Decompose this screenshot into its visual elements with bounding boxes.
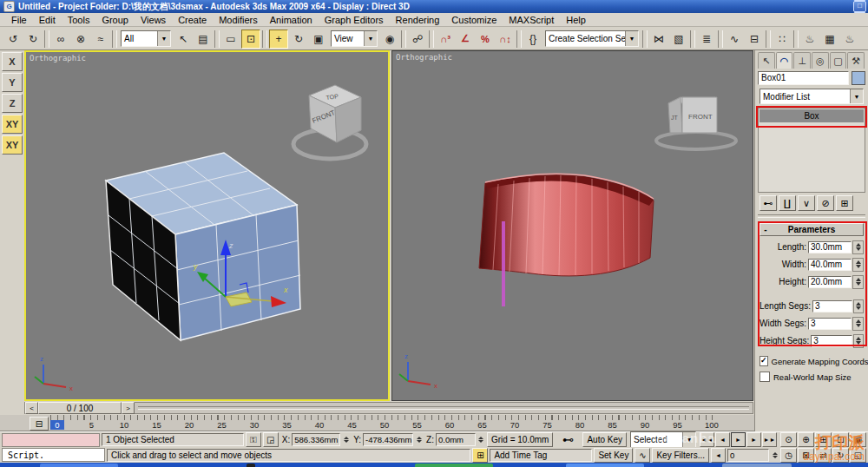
- frame-tick-label[interactable]: 35: [282, 420, 293, 430]
- isolate-selection-icon[interactable]: ⊞: [472, 448, 488, 463]
- menu-item[interactable]: Group: [95, 14, 135, 26]
- time-config-button[interactable]: ◷: [780, 448, 797, 463]
- frame-tick-label[interactable]: 90: [640, 420, 650, 430]
- absolute-mode-icon[interactable]: ◲: [263, 432, 279, 447]
- modifier-stack-item[interactable]: Box: [760, 109, 864, 122]
- create-selection-set-dropdown[interactable]: Create Selection Set▼: [545, 30, 639, 47]
- menu-item[interactable]: Graph Editors: [319, 14, 390, 26]
- spinner-control[interactable]: [415, 433, 423, 446]
- zoom-extents-all-icon[interactable]: ▣: [850, 432, 866, 447]
- checkbox[interactable]: [760, 356, 768, 366]
- named-selection-sets-icon[interactable]: {}: [523, 30, 542, 49]
- maximize-button[interactable]: □: [853, 1, 866, 12]
- chevron-down-icon[interactable]: ▼: [157, 31, 170, 46]
- spinner-control[interactable]: [771, 449, 779, 462]
- track-bar[interactable]: ⊟ 05101520253035404550556065707580859095…: [0, 415, 754, 431]
- frame-tick-label[interactable]: 70: [510, 420, 520, 430]
- menu-item[interactable]: Animation: [264, 14, 319, 26]
- make-unique-icon[interactable]: ∨: [798, 195, 815, 211]
- bent-box-object[interactable]: [479, 174, 654, 276]
- open-mini-curve-editor-button[interactable]: ⊟: [30, 417, 49, 431]
- select-and-scale-icon[interactable]: ▣: [309, 30, 328, 49]
- select-and-manipulate-icon[interactable]: ☍: [408, 30, 427, 49]
- menu-item[interactable]: Edit: [33, 14, 62, 26]
- select-and-move-icon[interactable]: +: [269, 30, 288, 49]
- spinner-control[interactable]: [852, 240, 864, 254]
- spinner-control[interactable]: [852, 275, 864, 289]
- menu-item[interactable]: Create: [172, 14, 213, 26]
- zoom-region-icon[interactable]: ⊠: [798, 448, 814, 463]
- checkbox[interactable]: [760, 372, 770, 382]
- previous-frame-button[interactable]: ◄: [715, 432, 730, 447]
- frame-tick-label[interactable]: 60: [444, 420, 455, 430]
- set-key-button[interactable]: Set Key: [594, 448, 633, 463]
- key-filter-curve-icon[interactable]: ∿: [635, 448, 650, 463]
- tab-utilities[interactable]: ⚒: [847, 52, 865, 69]
- tab-display[interactable]: ▢: [830, 52, 847, 69]
- windows-taskbar[interactable]: [0, 463, 868, 467]
- select-and-link-icon[interactable]: ∞: [51, 30, 70, 49]
- mirror-icon[interactable]: ⋈: [649, 30, 668, 49]
- key-filters-button[interactable]: Key Filters...: [652, 448, 709, 463]
- pan-view-icon[interactable]: ⇄: [815, 448, 832, 463]
- spinner-snap-icon[interactable]: ∩↕: [496, 30, 515, 49]
- viewcube[interactable]: JT FRONT: [656, 97, 736, 149]
- redo-icon[interactable]: ↻: [23, 30, 43, 49]
- tab-motion[interactable]: ◎: [812, 52, 829, 69]
- quick-render-icon[interactable]: ♨: [840, 30, 859, 49]
- time-slider-handle[interactable]: 0 / 100: [38, 402, 122, 414]
- frame-tick-label[interactable]: 25: [217, 420, 227, 430]
- object-name-field[interactable]: Box01: [758, 71, 849, 85]
- z-coord-field[interactable]: 0.0mm: [436, 433, 476, 446]
- viewport-left-canvas[interactable]: z y x TOP FRONT z x: [26, 52, 388, 399]
- frame-tick-label[interactable]: 65: [477, 420, 488, 430]
- undo-icon[interactable]: ↺: [3, 30, 23, 49]
- configure-modifier-sets-icon[interactable]: ⊞: [836, 195, 853, 211]
- tab-create[interactable]: ↖: [758, 52, 775, 69]
- curve-editor-icon[interactable]: ∿: [725, 30, 744, 49]
- next-frame-button[interactable]: ►: [746, 432, 761, 447]
- frame-tick-label[interactable]: 95: [673, 420, 683, 430]
- menu-item[interactable]: Help: [560, 14, 592, 26]
- menu-item[interactable]: Rendering: [390, 14, 446, 26]
- frame-tick-label[interactable]: 85: [608, 420, 618, 430]
- parameter-input[interactable]: 3: [812, 300, 852, 312]
- viewport-right-canvas[interactable]: JT FRONT z x: [392, 51, 753, 400]
- menu-item[interactable]: Views: [135, 14, 172, 26]
- show-end-result-icon[interactable]: ∐: [779, 195, 796, 211]
- parameter-input[interactable]: 3: [808, 318, 852, 330]
- selection-filter-dropdown[interactable]: All▼: [121, 30, 171, 47]
- parameter-input[interactable]: 40.0mm: [808, 259, 852, 271]
- frame-tick-label[interactable]: 40: [314, 420, 325, 430]
- modifier-list-dropdown[interactable]: Modifier List ▼: [760, 89, 864, 104]
- key-mode-toggle-button[interactable]: ⊙: [780, 432, 797, 447]
- zoom-extents-icon[interactable]: ⊡: [832, 432, 849, 447]
- frame-tick-label[interactable]: 15: [152, 420, 162, 430]
- snap-toggle-3d-icon[interactable]: ∩³: [436, 30, 455, 49]
- spinner-control[interactable]: [853, 299, 864, 313]
- reference-coordinate-dropdown[interactable]: View▼: [331, 30, 378, 47]
- tab-modify[interactable]: ◠: [776, 52, 793, 69]
- taskbar-item[interactable]: [40, 464, 118, 467]
- time-slider-track[interactable]: [138, 406, 749, 410]
- helper-line[interactable]: [502, 221, 505, 306]
- pin-stack-icon[interactable]: ⊷: [760, 195, 777, 211]
- y-coord-field[interactable]: -478.436mm: [363, 433, 413, 446]
- spinner-control[interactable]: [477, 433, 485, 446]
- selection-lock-icon[interactable]: ⚿: [246, 432, 261, 447]
- frame-tick-label[interactable]: 80: [575, 420, 585, 430]
- menu-item[interactable]: File: [5, 14, 33, 26]
- spinner-control[interactable]: [852, 258, 864, 272]
- frame-tick-label[interactable]: 100: [705, 420, 719, 430]
- frame-tick-label[interactable]: 75: [542, 420, 553, 430]
- parameter-input[interactable]: 3: [811, 335, 852, 347]
- unlink-selection-icon[interactable]: ⊗: [71, 30, 90, 49]
- tab-hierarchy[interactable]: ⊥: [793, 52, 811, 69]
- taskbar-item[interactable]: [722, 464, 792, 467]
- select-by-name-icon[interactable]: ▤: [194, 30, 213, 49]
- select-and-rotate-icon[interactable]: ↻: [289, 30, 308, 49]
- frame-tick-label[interactable]: 45: [347, 420, 358, 430]
- time-slider-next-arrow[interactable]: >: [122, 402, 135, 414]
- go-to-end-button[interactable]: ►►: [762, 432, 777, 447]
- frame-tick-label[interactable]: 5: [87, 420, 97, 430]
